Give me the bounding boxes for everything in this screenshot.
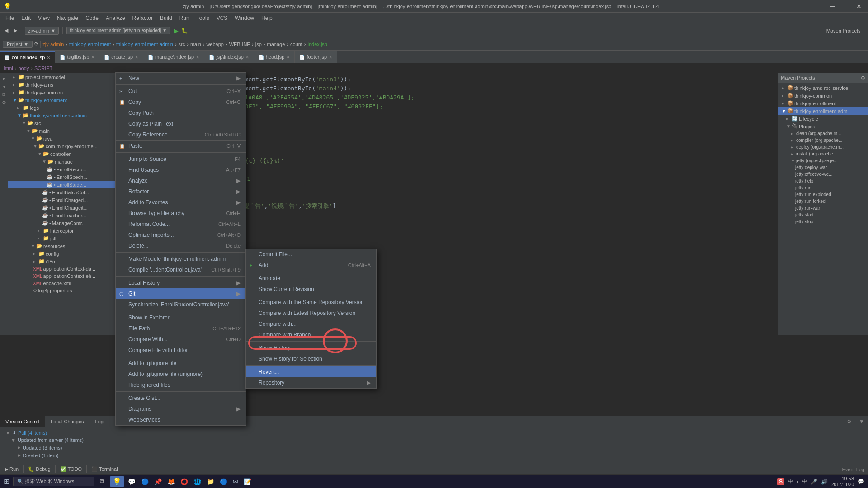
taskbar-systray-zh: 中: [802, 478, 807, 485]
taskbar-systray-ime[interactable]: S: [777, 478, 784, 485]
ctx-item-make-module[interactable]: Make Module 'thinkjoy-enrollment-admin': [116, 253, 246, 264]
ctx-item-copy-path[interactable]: Copy Path: [116, 108, 246, 118]
taskbar-app-ie[interactable]: 🔵: [218, 477, 229, 486]
git-item-commit[interactable]: Commit File...: [246, 249, 376, 260]
taskbar-app-chrome[interactable]: ⭕: [179, 477, 190, 486]
windows-taskbar: ⊞ 🔍 搜索 Web 和 Windows ⧉ 💡 💬 🔵 📌 🦊 ⭕ 🌐 📁 🔵…: [0, 474, 868, 488]
ctx-item-reformat[interactable]: Reformat Code... Ctrl+Alt+L: [116, 219, 246, 230]
paste-icon: 📋: [119, 144, 125, 149]
ctx-item-add-gitignore[interactable]: Add to .gitignore file: [116, 358, 246, 369]
ctx-item-git[interactable]: ⬡ Git ▶: [116, 288, 246, 299]
git-item-revert[interactable]: Revert...: [246, 366, 376, 377]
ctx-item-compare-editor[interactable]: Compare File with Editor: [116, 345, 246, 356]
ctx-item-paste[interactable]: 📋 Paste Ctrl+V: [116, 140, 246, 151]
ctx-item-cut[interactable]: ✂ Cut Ctrl+X: [116, 86, 246, 97]
taskbar-app-mail[interactable]: ✉: [231, 477, 240, 486]
add-icon: +: [250, 263, 252, 268]
ctx-item-synchronize[interactable]: Synchronize 'EnrollStudentController.jav…: [116, 299, 246, 310]
taskbar-systray-mic[interactable]: 🎤: [811, 479, 817, 485]
ctx-item-file-path[interactable]: File Path Ctrl+Alt+F12: [116, 323, 246, 334]
task-view-btn[interactable]: ⧉: [100, 478, 104, 485]
context-menu-git: Commit File... + Add Ctrl+Alt+A Annotate…: [245, 249, 377, 389]
git-item-show-history[interactable]: Show History: [246, 343, 376, 353]
ctx-item-copy[interactable]: 📋 Copy Ctrl+C: [116, 97, 246, 108]
git-item-annotate[interactable]: Annotate: [246, 273, 376, 284]
git-icon: ⬡: [119, 291, 123, 296]
ctx-item-webservices[interactable]: WebServices: [116, 414, 246, 425]
git-item-repository[interactable]: Repository ▶: [246, 377, 376, 388]
git-item-show-current[interactable]: Show Current Revision: [246, 284, 376, 295]
ctx-item-browse-hierarchy[interactable]: Browse Type Hierarchy Ctrl+H: [116, 208, 246, 219]
git-item-compare-with[interactable]: Compare with...: [246, 319, 376, 329]
ctx-item-new[interactable]: + New ▶: [116, 73, 246, 84]
taskbar-app-firefox[interactable]: 🦊: [165, 477, 177, 486]
taskbar-systray-speaker[interactable]: 🔊: [821, 479, 828, 485]
ctx-item-delete[interactable]: Delete... Delete: [116, 240, 246, 251]
taskbar-systray-dot: •: [797, 479, 798, 484]
taskbar-app-unknown2[interactable]: 📌: [152, 477, 164, 486]
ctx-item-copy-ref[interactable]: Copy Reference Ctrl+Alt+Shift+C: [116, 129, 246, 140]
ctx-item-create-gist[interactable]: Create Gist...: [116, 393, 246, 404]
copy-icon: 📋: [119, 100, 125, 105]
taskbar-notifications[interactable]: 💬: [858, 479, 864, 485]
context-menu-overlay: + New ▶ ✂ Cut Ctrl+X 📋 Copy Ctrl+C Copy …: [0, 0, 868, 488]
ctx-item-jump-source[interactable]: Jump to Source F4: [116, 154, 246, 164]
ctx-item-find-usages[interactable]: Find Usages Alt+F7: [116, 164, 246, 175]
git-item-compare-latest[interactable]: Compare with Latest Repository Version: [246, 308, 376, 319]
taskbar-app-explorer[interactable]: 📁: [205, 477, 216, 486]
ctx-item-add-favorites[interactable]: Add to Favorites ▶: [116, 197, 246, 208]
ctx-item-show-explorer[interactable]: Show in Explorer: [116, 312, 246, 323]
ctx-item-hide-ignored[interactable]: Hide ignored files: [116, 380, 246, 390]
context-menu-primary: + New ▶ ✂ Cut Ctrl+X 📋 Copy Ctrl+C Copy …: [115, 72, 246, 426]
windows-start-icon[interactable]: ⊞: [4, 477, 9, 486]
ctx-item-refactor[interactable]: Refactor ▶: [116, 186, 246, 197]
git-item-add[interactable]: + Add Ctrl+Alt+A: [246, 260, 376, 271]
ctx-item-analyze[interactable]: Analyze ▶: [116, 175, 246, 186]
ctx-item-diagrams[interactable]: Diagrams ▶: [116, 404, 246, 414]
taskbar-app-notes[interactable]: 📝: [242, 477, 253, 486]
git-item-show-history-selection[interactable]: Show History for Selection: [246, 353, 376, 364]
cut-icon: ✂: [119, 89, 123, 94]
new-icon: +: [119, 76, 122, 81]
ctx-item-compile[interactable]: Compile '...dentController.java' Ctrl+Sh…: [116, 264, 246, 275]
git-item-compare-same[interactable]: Compare with the Same Repository Version: [246, 297, 376, 308]
ctx-item-local-history[interactable]: Local History ▶: [116, 277, 246, 288]
taskbar-app-intellij[interactable]: 💡: [110, 476, 124, 487]
ctx-item-compare-with[interactable]: Compare With... Ctrl+D: [116, 334, 246, 345]
git-item-compare-branch[interactable]: Compare with Branch...: [246, 329, 376, 340]
taskbar-clock: 19:58 2017/11/20: [831, 475, 854, 488]
taskbar-app-chrome2[interactable]: 🌐: [192, 477, 203, 486]
ctx-item-add-gitignore2[interactable]: Add to .gitignore file (unignore): [116, 369, 246, 380]
ctx-item-copy-plain[interactable]: Copy as Plain Text: [116, 118, 246, 129]
taskbar-systray-cn: 中: [788, 478, 793, 485]
taskbar-app-unknown1[interactable]: 🔵: [139, 477, 151, 486]
ctx-item-optimize[interactable]: Optimize Imports... Ctrl+Alt+O: [116, 230, 246, 240]
taskbar-app-wechat[interactable]: 💬: [126, 477, 137, 486]
search-box[interactable]: 🔍 搜索 Web 和 Windows: [13, 477, 94, 486]
